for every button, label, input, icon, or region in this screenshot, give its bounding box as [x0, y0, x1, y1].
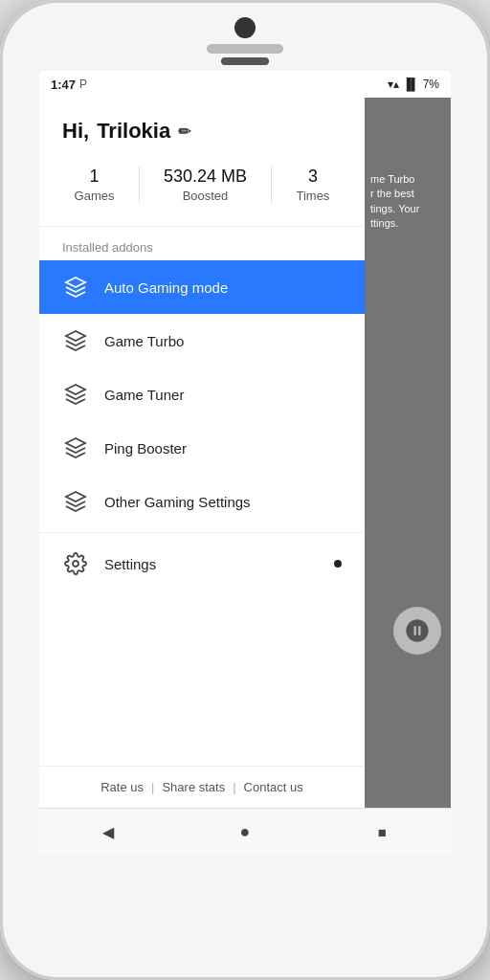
- stat-games: 1 Games: [75, 167, 115, 203]
- status-time: 1:47: [51, 78, 76, 92]
- svg-point-0: [73, 561, 78, 567]
- menu-item-auto-gaming[interactable]: Auto Gaming mode: [39, 260, 365, 314]
- greeting-section: Hi, Trilokia ✏ 1 Games 530.24 MB Boosted: [39, 98, 365, 227]
- footer-links: Rate us | Share stats | Contact us: [39, 766, 365, 808]
- menu-item-game-turbo[interactable]: Game Turbo: [39, 314, 365, 368]
- stat-divider-2: [271, 167, 272, 203]
- status-bar: 1:47 P ▾▴ ▐▌ 7%: [39, 71, 451, 98]
- ping-booster-label: Ping Booster: [104, 440, 187, 457]
- wifi-icon: ▾▴: [388, 78, 399, 91]
- stat-times-label: Times: [296, 189, 329, 203]
- contact-us-link[interactable]: Contact us: [244, 780, 303, 794]
- speaker-bar: [207, 44, 283, 54]
- overlay-text: me Turbo r the best tings. Your ttings.: [365, 165, 451, 239]
- nav-bar: ◀ ● ■: [39, 808, 451, 856]
- battery-icon: 7%: [423, 78, 439, 91]
- overlay-line2: r the best: [370, 187, 445, 201]
- phone-frame: 1:47 P ▾▴ ▐▌ 7% me Turbo r the best ting…: [0, 0, 490, 980]
- menu-item-ping-booster[interactable]: Ping Booster: [39, 421, 365, 475]
- stat-divider-1: [139, 167, 140, 203]
- other-gaming-icon: [62, 488, 89, 515]
- menu-divider: [39, 532, 365, 533]
- carrier-icon: P: [79, 78, 87, 91]
- stat-games-label: Games: [75, 189, 115, 203]
- overlay-line4: ttings.: [370, 216, 445, 231]
- other-gaming-label: Other Gaming Settings: [104, 494, 251, 510]
- phone-top: [0, 0, 490, 71]
- auto-gaming-icon: [62, 274, 89, 301]
- settings-icon: [62, 550, 89, 577]
- menu-item-game-tuner[interactable]: Game Tuner: [39, 368, 365, 421]
- camera: [234, 17, 256, 38]
- game-turbo-icon: [62, 327, 89, 354]
- status-right: ▾▴ ▐▌ 7%: [388, 78, 439, 91]
- settings-label: Settings: [104, 556, 156, 572]
- settings-item[interactable]: Settings: [39, 537, 365, 590]
- stats-row: 1 Games 530.24 MB Boosted 3 Times: [62, 159, 342, 211]
- stat-games-value: 1: [90, 167, 100, 187]
- nav-back-icon: ◀: [102, 823, 114, 841]
- greeting-hi: Hi,: [62, 119, 89, 144]
- signal-icon: ▐▌: [403, 78, 419, 91]
- nav-home-button[interactable]: ●: [226, 813, 264, 852]
- settings-notification-dot: [334, 560, 342, 568]
- stat-boosted: 530.24 MB Boosted: [164, 167, 247, 203]
- footer-sep-2: |: [229, 780, 239, 794]
- overlay-fab[interactable]: [393, 607, 441, 655]
- turbo-fab-icon: [404, 617, 431, 644]
- ping-booster-icon: [62, 434, 89, 461]
- auto-gaming-label: Auto Gaming mode: [104, 279, 228, 296]
- stat-boosted-value: 530.24 MB: [164, 167, 247, 187]
- footer-sep-1: |: [147, 780, 158, 794]
- overlay-line1: me Turbo: [370, 172, 445, 187]
- rate-us-link[interactable]: Rate us: [100, 780, 144, 794]
- main-panel: Hi, Trilokia ✏ 1 Games 530.24 MB Boosted: [39, 98, 365, 808]
- nav-back-button[interactable]: ◀: [89, 813, 127, 852]
- game-tuner-icon: [62, 381, 89, 408]
- addons-label: Installed addons: [39, 227, 365, 260]
- greeting-text: Hi, Trilokia ✏: [62, 119, 342, 144]
- stat-times: 3 Times: [296, 167, 329, 203]
- screen-body: me Turbo r the best tings. Your ttings. …: [39, 98, 451, 808]
- game-turbo-label: Game Turbo: [104, 333, 184, 349]
- greeting-username: Trilokia: [97, 119, 170, 144]
- nav-home-icon: ●: [240, 822, 251, 842]
- bg-overlay: me Turbo r the best tings. Your ttings.: [365, 98, 451, 808]
- nav-recent-button[interactable]: ■: [363, 813, 401, 852]
- edit-icon[interactable]: ✏: [178, 122, 190, 141]
- status-left: 1:47 P: [51, 78, 87, 92]
- menu-item-other-gaming[interactable]: Other Gaming Settings: [39, 475, 365, 528]
- stat-times-value: 3: [308, 167, 318, 187]
- share-stats-link[interactable]: Share stats: [162, 780, 225, 794]
- phone-screen: 1:47 P ▾▴ ▐▌ 7% me Turbo r the best ting…: [39, 71, 451, 856]
- earpiece: [221, 57, 269, 65]
- nav-recent-icon: ■: [378, 824, 387, 840]
- stat-boosted-label: Boosted: [183, 189, 229, 203]
- overlay-line3: tings. Your: [370, 202, 445, 216]
- game-tuner-label: Game Tuner: [104, 387, 184, 403]
